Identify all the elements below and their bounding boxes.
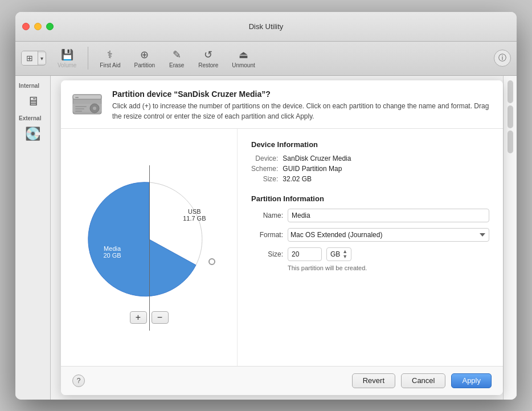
dialog-title: Partition device “SanDisk Cruzer Media”? [112, 89, 492, 99]
disk-drive-icon [70, 89, 104, 119]
cancel-button[interactable]: Cancel [401, 373, 445, 388]
unmount-icon: ⏏ [239, 48, 248, 61]
close-button[interactable] [22, 23, 30, 30]
partition-info-title: Partition Information [251, 194, 489, 203]
first-aid-button[interactable]: ⚕ First Aid [94, 46, 126, 71]
volume-icon: 💾 [61, 48, 73, 61]
main-window: Disk Utility ⊞ ▾ 💾 Volume ⚕ First Aid ⊕ … [15, 12, 517, 400]
dialog-overlay: Partition device “SanDisk Cruzer Media”?… [51, 76, 517, 400]
format-select[interactable]: Mac OS Extended (Journaled) Mac OS Exten… [288, 228, 489, 242]
first-aid-icon: ⚕ [107, 48, 113, 61]
internal-label: Internal [15, 80, 50, 90]
apply-button[interactable]: Apply [451, 373, 492, 388]
unmount-button[interactable]: ⏏ Unmount [226, 46, 261, 71]
size-unit-chevrons: ▲ ▼ [342, 249, 347, 259]
size-label: Size: [251, 250, 283, 258]
partition-dialog: Partition device “SanDisk Cruzer Media”?… [61, 80, 503, 395]
scroll-indicator-1 [508, 80, 513, 103]
info-button[interactable]: ⓘ [494, 50, 511, 67]
help-icon: ? [77, 377, 81, 385]
size-unit-selector[interactable]: GB ▲ ▼ [326, 247, 351, 261]
sidebar-item-external[interactable]: 💽 [18, 123, 48, 145]
footer-buttons: Revert Cancel Apply [352, 373, 492, 388]
sidebar: Internal 🖥 External 💽 [15, 76, 51, 400]
dialog-footer: ? Revert Cancel Apply [61, 366, 503, 395]
view-icon[interactable]: ⊞ [22, 51, 38, 65]
partition-icon: ⊕ [140, 48, 149, 61]
external-label: External [15, 113, 50, 123]
format-label: Format: [251, 231, 283, 239]
add-partition-button[interactable]: + [130, 311, 147, 324]
internal-disk-icon: 🖥 [27, 94, 39, 109]
svg-rect-8 [75, 111, 82, 112]
resize-handle[interactable] [208, 258, 215, 265]
device-value: SanDisk Cruzer Media [283, 154, 489, 162]
maximize-button[interactable] [46, 23, 54, 30]
name-label: Name: [251, 211, 283, 219]
view-dropdown-arrow[interactable]: ▾ [38, 53, 46, 64]
dialog-description: Click add (+) to increase the number of … [112, 101, 492, 121]
scheme-label: Scheme: [251, 165, 278, 173]
dialog-header-text: Partition device “SanDisk Cruzer Media”?… [112, 89, 492, 121]
traffic-lights [22, 23, 54, 30]
revert-button[interactable]: Revert [352, 373, 395, 388]
erase-icon: ✎ [173, 48, 181, 61]
device-label: Device: [251, 154, 278, 162]
name-field-row: Name: [251, 209, 489, 222]
scroll-indicator-3 [508, 131, 513, 153]
chart-controls: + − [130, 311, 169, 324]
main-content: Internal 🖥 External 💽 [15, 76, 517, 400]
partition-section: Partition Information Name: Format: Mac … [251, 194, 489, 271]
size-input[interactable] [288, 247, 322, 261]
toolbar: ⊞ ▾ 💾 Volume ⚕ First Aid ⊕ Partition ✎ E… [15, 42, 517, 76]
partition-hint: This partition will be created. [288, 264, 489, 271]
sidebar-item-internal[interactable]: 🖥 [18, 91, 48, 112]
dev-size-value: 32.02 GB [283, 175, 489, 183]
external-disk-icon: 💽 [25, 127, 40, 141]
help-button[interactable]: ? [72, 375, 85, 387]
device-info-grid: Device: SanDisk Cruzer Media Scheme: GUI… [251, 154, 489, 183]
scroll-indicator-2 [508, 105, 513, 128]
erase-button[interactable]: ✎ Erase [163, 46, 190, 71]
chart-area: Media 20 GB USB 11.7 GB + − [61, 129, 238, 366]
pie-chart[interactable]: Media 20 GB USB 11.7 GB [87, 177, 212, 302]
volume-button[interactable]: 💾 Volume [52, 46, 82, 71]
restore-button[interactable]: ↺ Restore [193, 46, 224, 71]
name-input[interactable] [288, 209, 489, 222]
window-title: Disk Utility [249, 22, 284, 31]
device-info-title: Device Information [251, 140, 489, 149]
format-field-row: Format: Mac OS Extended (Journaled) Mac … [251, 228, 489, 242]
toolbar-separator-1 [88, 47, 88, 70]
svg-rect-6 [75, 106, 87, 107]
svg-rect-2 [75, 97, 79, 98]
view-toggle[interactable]: ⊞ ▾ [21, 51, 46, 66]
info-panel: Device Information Device: SanDisk Cruze… [238, 129, 503, 366]
size-field-row: Size: GB ▲ ▼ [251, 247, 489, 261]
svg-rect-7 [75, 108, 84, 109]
titlebar: Disk Utility [15, 12, 517, 42]
remove-partition-button[interactable]: − [152, 311, 169, 324]
dialog-header: Partition device “SanDisk Cruzer Media”?… [61, 80, 503, 129]
scheme-value: GUID Partition Map [283, 165, 489, 173]
partition-button[interactable]: ⊕ Partition [128, 46, 161, 71]
size-unit-label: GB [330, 250, 340, 258]
dev-size-label: Size: [251, 175, 278, 183]
bg-scrollbar-area [503, 76, 517, 400]
svg-point-5 [93, 107, 96, 110]
restore-icon: ↺ [204, 48, 212, 61]
minimize-button[interactable] [34, 23, 42, 30]
dialog-body: Media 20 GB USB 11.7 GB + − [61, 129, 503, 366]
